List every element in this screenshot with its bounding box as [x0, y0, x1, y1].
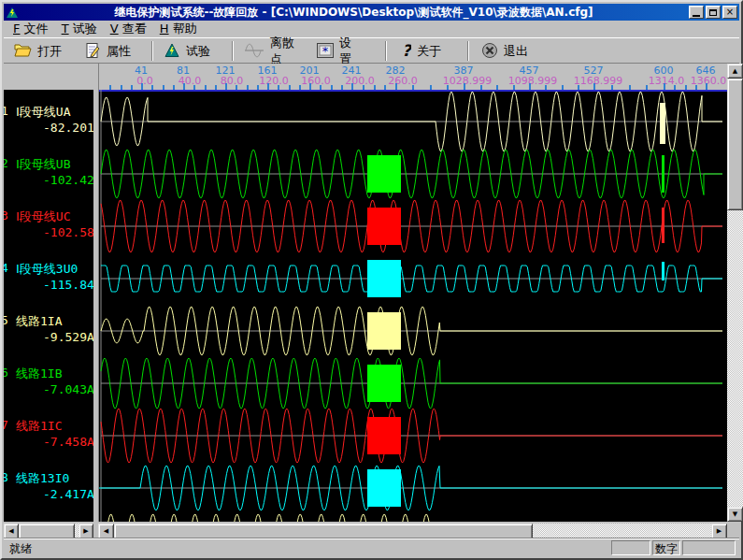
open-icon [14, 43, 32, 61]
close-icon: × [726, 7, 734, 17]
arrow-left-icon: ◀ [8, 528, 13, 535]
selection-block [367, 208, 401, 245]
svg-text:*: * [322, 43, 329, 57]
menu-item-v[interactable]: V 查看 [105, 20, 154, 38]
channel-waveform [106, 514, 722, 522]
channel-range: -82.201V至8 [43, 120, 93, 136]
channel-number: 4 [4, 261, 8, 275]
time-cursor-mark[interactable] [662, 262, 664, 280]
toolbar-button-open[interactable]: 打开 [9, 40, 77, 63]
arrow-right-icon: ▶ [717, 528, 722, 535]
vertical-scrollbar: ▲ ▼ [727, 64, 743, 522]
scroll-up-button[interactable]: ▲ [727, 64, 743, 79]
toolbar-button-exit[interactable]: 退出 [477, 40, 538, 63]
wave-top-border [99, 90, 727, 92]
channel-name[interactable]: 线路13I0 [16, 470, 69, 487]
time-cursor-mark[interactable] [662, 208, 664, 243]
discrete-icon [244, 43, 264, 61]
channel-name[interactable]: Ⅰ段母线UB [16, 156, 71, 173]
toolbar-button-properties[interactable]: 属性 [80, 40, 144, 63]
toolbar-button-discrete[interactable]: 离散点 [239, 40, 310, 63]
channel-number: 6 [4, 366, 8, 380]
selection-block [367, 312, 401, 350]
toolbar-button-label: 试验 [186, 43, 210, 60]
toolbar-button-test[interactable]: 试验 [159, 40, 221, 63]
status-panel-empty-1 [611, 540, 650, 555]
app-window: 继电保护测试系统--故障回放 - [C:\WINDOWS\Desktop\测试软… [0, 0, 743, 560]
channel-name[interactable]: 线路1IA [16, 313, 62, 330]
arrow-up-icon: ▲ [733, 68, 737, 75]
channel-name[interactable]: Ⅰ段母线3U0 [16, 261, 78, 278]
selection-block [367, 417, 401, 454]
settings-icon: * [317, 43, 334, 61]
exit-icon [481, 42, 498, 62]
channel-number: 1 [4, 104, 8, 118]
ruler-major-tick [395, 83, 397, 90]
ruler-time-label: 1098.999 [508, 75, 558, 87]
arrow-down-icon: ▼ [733, 511, 737, 518]
selection-block [367, 365, 401, 402]
minimize-button[interactable] [689, 6, 704, 19]
menu-item-t[interactable]: T 试验 [56, 20, 105, 38]
channel-number: 3 [4, 208, 8, 223]
toolbar-button-about[interactable]: ?关于 [394, 40, 450, 63]
ruler-major-tick [183, 83, 185, 90]
ruler-major-tick [141, 83, 143, 90]
channel-number: 8 [4, 470, 8, 484]
toolbar-button-label: 属性 [107, 43, 131, 60]
time-ruler: 41811211612012412823874575276006460.040.… [98, 64, 727, 90]
menu-bar: F 文件T 试验V 查看H 帮助 [4, 21, 739, 37]
ruler-time-label: 200.0 [345, 75, 375, 87]
restore-button[interactable] [706, 6, 721, 19]
ruler-major-tick [664, 83, 665, 90]
selection-block [367, 260, 401, 297]
arrow-right-icon: ▶ [83, 528, 88, 535]
status-panel-empty-2 [682, 540, 736, 555]
ruler-time-label: 1028.999 [443, 75, 493, 87]
ruler-time-label: 1168.999 [574, 75, 623, 87]
channel-range: -2.417A至4. [43, 486, 93, 503]
channel-range: -115.844V至 [43, 277, 93, 294]
channel-range: -9.529A至14 [43, 329, 93, 346]
menu-item-h[interactable]: H 帮助 [154, 20, 205, 38]
arrow-left-icon: ◀ [104, 528, 108, 535]
vertical-scroll-track[interactable] [727, 210, 743, 507]
channel-name[interactable]: Ⅰ段母线UC [16, 208, 71, 225]
vertical-scroll-thumb[interactable] [727, 79, 743, 210]
toolbar-separator [467, 41, 469, 61]
channel-name[interactable]: Ⅰ段母线UA [16, 104, 71, 121]
channel-range: -102.420V至 [43, 172, 93, 189]
selection-block [367, 469, 401, 507]
ruler-major-tick [593, 83, 595, 90]
close-button[interactable]: × [722, 6, 737, 19]
ruler-major-tick [706, 83, 707, 90]
toolbar: 打开属性试验离散点*设置?关于退出 [4, 37, 739, 64]
channel-label-panel: 1Ⅰ段母线UA-82.201V至82Ⅰ段母线UB-102.420V至3Ⅰ段母线U… [4, 90, 93, 522]
status-ready-text: 就绪 [9, 541, 32, 557]
time-cursor-mark[interactable] [662, 155, 664, 193]
restore-icon [709, 9, 717, 16]
menu-item-f[interactable]: F 文件 [7, 20, 56, 38]
app-icon [6, 6, 19, 19]
title-bar: 继电保护测试系统--故障回放 - [C:\WINDOWS\Desktop\测试软… [4, 4, 739, 21]
toolbar-button-label: 打开 [37, 43, 62, 60]
scroll-down-button[interactable]: ▼ [727, 507, 743, 522]
channel-name[interactable]: 线路1IC [16, 418, 62, 435]
channel-number: 5 [4, 313, 8, 327]
channel-name[interactable]: 线路1IB [16, 366, 62, 382]
toolbar-separator [232, 41, 234, 61]
selection-block [367, 155, 401, 193]
ruler-time-label: 0.0 [136, 75, 153, 87]
waveform-canvas [99, 90, 727, 522]
waveform-area[interactable] [98, 90, 727, 522]
ruler-major-tick [529, 83, 531, 90]
time-cursor-mark[interactable] [660, 103, 665, 144]
ruler-time-label: 40.0 [179, 75, 202, 87]
about-icon: ? [399, 42, 411, 62]
window-title: 继电保护测试系统--故障回放 - [C:\WINDOWS\Desktop\测试软… [19, 5, 689, 21]
ruler-time-label: 1314.0 [649, 75, 685, 87]
toolbar-button-settings[interactable]: *设置 [312, 40, 366, 63]
ruler-major-tick [309, 83, 311, 90]
ruler-time-label: 160.0 [301, 75, 331, 87]
ruler-time-label: 120.0 [259, 75, 289, 87]
